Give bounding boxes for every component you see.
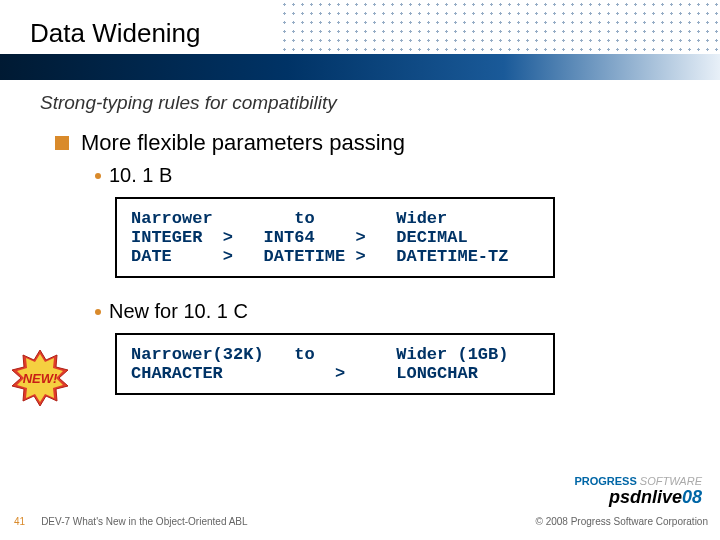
page-number: 41	[14, 516, 25, 527]
slide-header: Data Widening	[0, 0, 720, 80]
logo-brand: PROGRESS	[574, 475, 636, 487]
bullet-text: More flexible parameters passing	[81, 130, 405, 156]
slide-content: More flexible parameters passing 10. 1 B…	[55, 130, 690, 395]
header-blue-band	[0, 54, 720, 80]
bullet-level2: 10. 1 B	[95, 164, 690, 187]
slide-subtitle: Strong-typing rules for compatibility	[40, 92, 337, 114]
dot-bullet-icon	[95, 173, 101, 179]
dot-bullet-icon	[95, 309, 101, 315]
slide-footer: 41 DEV-7 What's New in the Object-Orient…	[0, 510, 720, 532]
logo-event: psdnlive	[609, 487, 682, 507]
sub-bullet-text: 10. 1 B	[109, 164, 172, 187]
slide-title: Data Widening	[30, 18, 201, 49]
brand-logo: PROGRESS SOFTWARE psdnlive08	[574, 475, 702, 508]
code-box-1: Narrower to Wider INTEGER > INT64 > DECI…	[115, 197, 555, 278]
logo-year: 08	[682, 487, 702, 507]
bullet-level1: More flexible parameters passing	[55, 130, 690, 156]
bullet-level2: New for 10. 1 C	[95, 300, 690, 323]
session-label: DEV-7 What's New in the Object-Oriented …	[41, 516, 247, 527]
logo-sub: SOFTWARE	[640, 475, 702, 487]
code-box-2: Narrower(32K) to Wider (1GB) CHARACTER >…	[115, 333, 555, 395]
copyright-text: © 2008 Progress Software Corporation	[536, 516, 708, 527]
header-dots-decor	[280, 0, 720, 54]
sub-bullet-text: New for 10. 1 C	[109, 300, 248, 323]
new-badge-label: NEW!	[23, 371, 58, 386]
new-badge-icon: NEW!	[10, 348, 70, 408]
square-bullet-icon	[55, 136, 69, 150]
